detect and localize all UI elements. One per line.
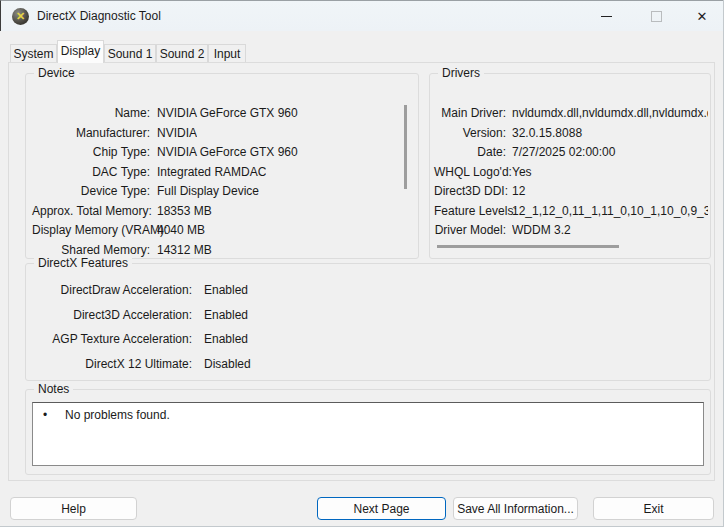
device-fields: Name:NVIDIA GeForce GTX 960 Manufacturer…: [32, 104, 414, 260]
directx-logo-icon: ✕: [12, 8, 29, 25]
features-group-title: DirectX Features: [34, 256, 132, 270]
close-button[interactable]: ✕: [680, 1, 724, 32]
maximize-button[interactable]: [634, 1, 678, 32]
field-label: WHQL Logo'd:: [434, 163, 506, 183]
note-text: No problems found.: [65, 407, 170, 423]
field-value: Enabled: [204, 278, 248, 303]
tab-bar: System Display Sound 1 Sound 2 Input: [0, 40, 724, 63]
field-value: Integrated RAMDAC: [157, 163, 266, 183]
field-label: Date:: [434, 143, 506, 163]
features-row: AGP Texture Acceleration:Enabled: [32, 327, 704, 352]
titlebar: ✕ DirectX Diagnostic Tool ✕: [0, 0, 724, 31]
device-group-title: Device: [34, 66, 79, 80]
field-label: DAC Type:: [32, 163, 150, 183]
field-label: Chip Type:: [32, 143, 150, 163]
field-value: Disabled: [204, 352, 251, 377]
help-button[interactable]: Help: [10, 497, 137, 520]
field-value: NVIDIA GeForce GTX 960: [157, 104, 298, 124]
drivers-row: Feature Levels:12_1,12_0,11_1,11_0,10_1,…: [434, 202, 708, 222]
drivers-row: Driver Model:WDDM 3.2: [434, 221, 708, 241]
device-row: DAC Type:Integrated RAMDAC: [32, 163, 414, 183]
display-tab-panel: Device Name:NVIDIA GeForce GTX 960 Manuf…: [8, 62, 715, 481]
field-label: Manufacturer:: [32, 124, 150, 144]
tab-sound-2[interactable]: Sound 2: [156, 44, 208, 62]
drivers-fields: Main Driver:nvldumdx.dll,nvldumdx.dll,nv…: [434, 104, 708, 241]
field-value: NVIDIA: [157, 124, 197, 144]
field-label: DirectDraw Acceleration:: [32, 278, 192, 303]
close-icon: ✕: [697, 10, 708, 23]
drivers-group-title: Drivers: [438, 66, 484, 80]
field-label: Main Driver:: [434, 104, 506, 124]
field-value: NVIDIA GeForce GTX 960: [157, 143, 298, 163]
bullet-icon: •: [43, 407, 47, 423]
field-value: Yes: [512, 163, 708, 183]
maximize-icon: [651, 11, 662, 22]
features-row: DirectX 12 Ultimate:Disabled: [32, 352, 704, 377]
field-value: 12: [512, 182, 708, 202]
notes-group: Notes • No problems found.: [25, 389, 711, 475]
window-title: DirectX Diagnostic Tool: [37, 1, 161, 32]
field-label: DirectX 12 Ultimate:: [32, 352, 192, 377]
minimize-icon: [601, 16, 612, 17]
field-label: Device Type:: [32, 182, 150, 202]
field-value: WDDM 3.2: [512, 221, 708, 241]
drivers-row: WHQL Logo'd:Yes: [434, 163, 708, 183]
features-row: Direct3D Acceleration:Enabled: [32, 303, 704, 328]
field-value: 7/27/2025 02:00:00: [512, 143, 708, 163]
field-label: Display Memory (VRAM):: [32, 221, 150, 241]
drivers-row: Version:32.0.15.8088: [434, 124, 708, 144]
field-label: AGP Texture Acceleration:: [32, 327, 192, 352]
device-row: Name:NVIDIA GeForce GTX 960: [32, 104, 414, 124]
notes-group-title: Notes: [34, 382, 73, 396]
field-label: Direct3D DDI:: [434, 182, 506, 202]
features-fields: DirectDraw Acceleration:Enabled Direct3D…: [32, 278, 704, 376]
tab-system[interactable]: System: [10, 44, 57, 62]
field-label: Version:: [434, 124, 506, 144]
exit-button[interactable]: Exit: [593, 497, 714, 520]
field-label: Direct3D Acceleration:: [32, 303, 192, 328]
drivers-row: Main Driver:nvldumdx.dll,nvldumdx.dll,nv…: [434, 104, 708, 124]
tab-display[interactable]: Display: [57, 40, 104, 63]
device-row: Chip Type:NVIDIA GeForce GTX 960: [32, 143, 414, 163]
field-value: 4040 MB: [157, 221, 205, 241]
device-row: Display Memory (VRAM):4040 MB: [32, 221, 414, 241]
field-value: 18353 MB: [157, 202, 212, 222]
device-row: Device Type:Full Display Device: [32, 182, 414, 202]
features-row: DirectDraw Acceleration:Enabled: [32, 278, 704, 303]
drivers-horizontal-scrollbar-thumb[interactable]: [437, 245, 619, 248]
save-all-information-button[interactable]: Save All Information...: [453, 497, 578, 520]
device-group: Device Name:NVIDIA GeForce GTX 960 Manuf…: [25, 73, 419, 259]
field-value: Full Display Device: [157, 182, 259, 202]
device-vertical-scrollbar-thumb[interactable]: [404, 105, 407, 189]
device-row: Approx. Total Memory:18353 MB: [32, 202, 414, 222]
tab-sound-1[interactable]: Sound 1: [104, 44, 156, 62]
tab-input[interactable]: Input: [208, 44, 246, 62]
field-label: Driver Model:: [434, 221, 506, 241]
field-value: 12_1,12_0,11_1,11_0,10_1,10_0,9_3: [512, 202, 708, 222]
field-label: Approx. Total Memory:: [32, 202, 150, 222]
dxdiag-window: { "window": { "title": "DirectX Diagnost…: [0, 0, 724, 527]
drivers-row: Direct3D DDI:12: [434, 182, 708, 202]
directx-features-group: DirectX Features DirectDraw Acceleration…: [25, 263, 711, 381]
next-page-button[interactable]: Next Page: [317, 497, 446, 520]
directx-x-glyph: ✕: [16, 11, 25, 22]
device-row: Manufacturer:NVIDIA: [32, 124, 414, 144]
minimize-button[interactable]: [584, 1, 628, 32]
field-label: Name:: [32, 104, 150, 124]
field-value: 32.0.15.8088: [512, 124, 708, 144]
field-value: nvldumdx.dll,nvldumdx.dll,nvldumdx.d: [512, 104, 708, 124]
field-value: Enabled: [204, 327, 248, 352]
field-value: 14312 MB: [157, 241, 212, 261]
field-value: Enabled: [204, 303, 248, 328]
drivers-row: Date:7/27/2025 02:00:00: [434, 143, 708, 163]
field-label: Feature Levels:: [434, 202, 506, 222]
notes-textbox: • No problems found.: [32, 402, 704, 466]
drivers-group: Drivers Main Driver:nvldumdx.dll,nvldumd…: [429, 73, 711, 259]
